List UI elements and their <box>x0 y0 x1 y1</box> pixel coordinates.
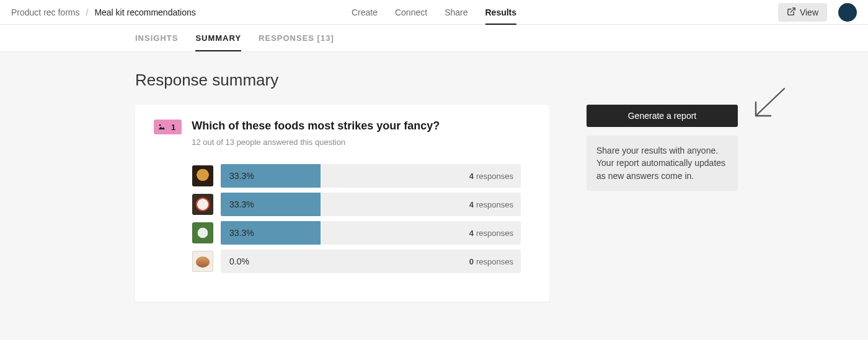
option-thumbnail <box>192 194 213 215</box>
tab-summary[interactable]: SUMMARY <box>195 33 241 51</box>
bar-count: 4responses <box>469 164 513 188</box>
app-bar: Product rec forms / Meal kit recommendat… <box>0 0 868 25</box>
bar-count: 4responses <box>469 221 513 245</box>
svg-line-0 <box>790 7 795 12</box>
question-type-badge: 1 <box>154 120 182 134</box>
nav-connect[interactable]: Connect <box>395 0 427 25</box>
avatar[interactable] <box>838 3 857 22</box>
response-bars: 33.3% 4responses 33.3% 4responses <box>154 164 521 273</box>
page-title: Response summary <box>135 71 868 90</box>
breadcrumb-separator: / <box>86 7 88 17</box>
bar-percent-label: 33.3% <box>221 199 254 209</box>
bar-count: 0responses <box>469 250 513 273</box>
image-choice-icon <box>157 123 166 131</box>
nav-create[interactable]: Create <box>352 0 378 25</box>
tab-responses[interactable]: RESPONSES [13] <box>259 33 334 51</box>
main-nav: Create Connect Share Results <box>352 0 516 25</box>
bar-percent-label: 0.0% <box>221 256 249 266</box>
bar-percent-label: 33.3% <box>221 228 254 238</box>
svg-point-1 <box>159 124 161 126</box>
bar-track: 33.3% 4responses <box>221 193 521 216</box>
response-bar-row: 0.0% 0responses <box>154 250 521 273</box>
appbar-right: View <box>778 3 857 22</box>
view-button[interactable]: View <box>778 3 827 22</box>
report-note: Share your results with anyone. Your rep… <box>587 136 738 191</box>
external-link-icon <box>787 7 796 18</box>
response-bar-row: 33.3% 4responses <box>154 193 521 216</box>
view-button-label: View <box>800 7 818 17</box>
nav-share[interactable]: Share <box>445 0 467 25</box>
question-number: 1 <box>171 123 175 132</box>
option-thumbnail <box>192 251 213 272</box>
bar-percent-label: 33.3% <box>221 171 254 181</box>
nav-results[interactable]: Results <box>485 0 516 25</box>
option-thumbnail <box>192 165 213 186</box>
question-title: Which of these foods most strikes your f… <box>192 120 521 133</box>
response-bar-row: 33.3% 4responses <box>154 221 521 245</box>
side-panel: Generate a report Share your results wit… <box>587 105 738 191</box>
question-header: 1 Which of these foods most strikes your… <box>154 120 521 147</box>
results-subtabs: INSIGHTS SUMMARY RESPONSES [13] <box>0 25 868 52</box>
generate-report-button[interactable]: Generate a report <box>587 105 738 127</box>
breadcrumb-project[interactable]: Product rec forms <box>11 7 79 17</box>
question-summary-card: 1 Which of these foods most strikes your… <box>135 105 549 302</box>
breadcrumb-current: Meal kit recommendations <box>94 7 195 17</box>
question-answer-count: 12 out of 13 people answered this questi… <box>192 137 521 147</box>
tab-insights[interactable]: INSIGHTS <box>135 33 178 51</box>
option-thumbnail <box>192 222 213 243</box>
bar-track: 33.3% 4responses <box>221 164 521 188</box>
response-bar-row: 33.3% 4responses <box>154 164 521 188</box>
bar-track: 33.3% 4responses <box>221 221 521 245</box>
bar-track: 0.0% 0responses <box>221 250 521 273</box>
breadcrumb: Product rec forms / Meal kit recommendat… <box>11 7 196 17</box>
workspace: Response summary 1 Which of these foods … <box>0 52 868 340</box>
bar-count: 4responses <box>469 193 513 216</box>
